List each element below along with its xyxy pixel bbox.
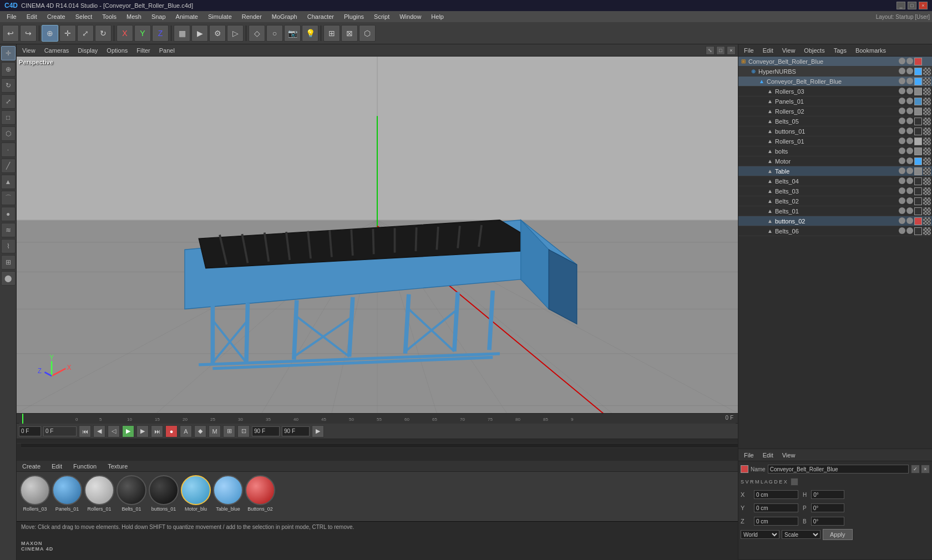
dc1[interactable] [923,88,931,95]
dc13[interactable] [923,207,931,215]
vp-menu-panel[interactable]: Panel [156,46,178,55]
menu-script[interactable]: Script [369,12,394,21]
d15[interactable] [899,157,905,164]
obj-row-bolts[interactable]: ▲ bolts [738,146,932,156]
obj-row-buttons01[interactable]: ▲ buttons_01 [738,126,932,136]
frame-input[interactable] [19,426,41,436]
redo-button[interactable]: ↪ [20,25,37,42]
ms6[interactable] [914,138,922,145]
play-back-button[interactable]: ◁ [108,425,120,437]
attr-cancel-button[interactable]: × [921,465,930,474]
go-start-button[interactable]: ⏮ [79,425,91,437]
maximize-button[interactable]: □ [908,2,916,9]
material-item-belts01[interactable]: Belts_01 [116,475,146,512]
sidebar-point-icon[interactable]: · [1,142,16,157]
d24[interactable] [906,197,913,204]
snap-button[interactable]: ⊠ [341,25,358,42]
dc10[interactable] [923,177,931,185]
go-end-button[interactable]: ⏭ [151,425,163,437]
attr-menu-file[interactable]: File [741,451,757,460]
frame-display[interactable] [43,426,77,436]
ms13[interactable] [914,207,922,215]
move-tool-button[interactable]: ✛ [59,25,76,42]
dc14[interactable] [923,217,931,225]
d12[interactable] [906,138,913,144]
menu-tools[interactable]: Tools [98,12,121,21]
d17[interactable] [899,167,905,174]
d18[interactable] [906,167,913,174]
d29[interactable] [899,227,905,234]
d8[interactable] [906,118,913,124]
menu-plugins[interactable]: Plugins [340,12,368,21]
dc3[interactable] [923,108,931,115]
d10[interactable] [906,128,913,134]
obj-menu-bookmarks[interactable]: Bookmarks [852,46,889,55]
end-frame-input[interactable] [252,426,280,436]
close-button[interactable]: × [919,2,928,9]
obj-menu-file[interactable]: File [741,46,757,55]
d14[interactable] [906,147,913,154]
icon-btn-1[interactable]: ⊞ [223,425,235,437]
sidebar-paint-icon[interactable]: ⬤ [1,271,16,286]
dc7[interactable] [923,147,931,155]
attr-z-rot[interactable] [811,517,844,526]
d2[interactable] [906,88,913,94]
d22[interactable] [906,187,913,194]
d4[interactable] [906,98,913,104]
vp-expand-icon[interactable]: ⤡ [706,46,715,55]
dot-render-child[interactable] [906,78,913,84]
menu-help[interactable]: Help [427,12,448,21]
d11[interactable] [899,138,905,144]
material-swatch-root[interactable] [914,58,922,65]
attr-y-pos[interactable] [754,503,798,512]
menu-snap[interactable]: Snap [147,12,170,21]
d26[interactable] [906,207,913,214]
sidebar-face-icon[interactable]: ▲ [1,175,16,189]
d7[interactable] [899,118,905,124]
attr-ok-button[interactable]: ✓ [911,465,920,474]
icon-btn-2[interactable]: ⊡ [237,425,250,437]
ms4[interactable] [914,118,922,125]
ms5[interactable] [914,128,922,135]
dot-vis-root[interactable] [899,58,905,64]
sidebar-brush-icon[interactable]: ● [1,207,16,221]
obj-row-conveyor-child[interactable]: ▲ Conveyor_Belt_Roller_Blue [738,77,932,86]
dot-checker-hypernurbs[interactable] [923,68,931,75]
material-item-motorblue[interactable]: Motor_blu [181,475,211,512]
render-active-button[interactable]: ▷ [227,25,244,42]
sidebar-knife-icon[interactable]: ⌒ [1,191,16,205]
material-hypernurbs[interactable] [914,68,922,75]
timeline-playhead[interactable] [22,414,27,424]
obj-row-belts02[interactable]: ▲ Belts_02 [738,196,932,206]
sidebar-smooth-icon[interactable]: ≋ [1,223,16,237]
dot-render-hypernurbs[interactable] [906,68,913,74]
grid-button[interactable]: ⊞ [323,25,340,42]
obj-create-button[interactable]: ◇ [249,25,265,42]
sidebar-uv-icon[interactable]: ⊞ [1,255,16,269]
ms9[interactable] [914,167,922,175]
sidebar-select-icon[interactable]: ⊕ [1,62,16,77]
obj-row-belts01[interactable]: ▲ Belts_01 [738,206,932,216]
dc2[interactable] [923,98,931,105]
obj-row-belts04[interactable]: ▲ Belts_04 [738,176,932,186]
ms10[interactable] [914,177,922,185]
dc8[interactable] [923,157,931,165]
vp-menu-options[interactable]: Options [103,46,131,55]
d19[interactable] [899,177,905,184]
material-item-tableblue[interactable]: Table_blue [213,475,243,512]
attr-world-select[interactable]: World Object [741,530,779,539]
ms1[interactable] [914,88,922,95]
obj-row-panels01[interactable]: ▲ Panels_01 [738,96,932,106]
motion-button[interactable]: M [209,425,221,437]
prev-frame-button[interactable]: ◀ [93,425,105,437]
x-axis-button[interactable]: X [116,25,133,42]
obj-row-belts05[interactable]: ▲ Belts_05 [738,116,932,126]
sidebar-box-icon[interactable]: □ [1,110,16,125]
vp-maximize-icon[interactable]: □ [716,46,725,55]
ms8[interactable] [914,157,922,165]
sidebar-move-icon[interactable]: ✛ [1,46,16,60]
d5[interactable] [899,108,905,114]
attr-menu-edit[interactable]: Edit [759,451,777,460]
obj-row-belts03[interactable]: ▲ Belts_03 [738,186,932,196]
end-frame-set-button[interactable]: ▶ [312,425,324,437]
